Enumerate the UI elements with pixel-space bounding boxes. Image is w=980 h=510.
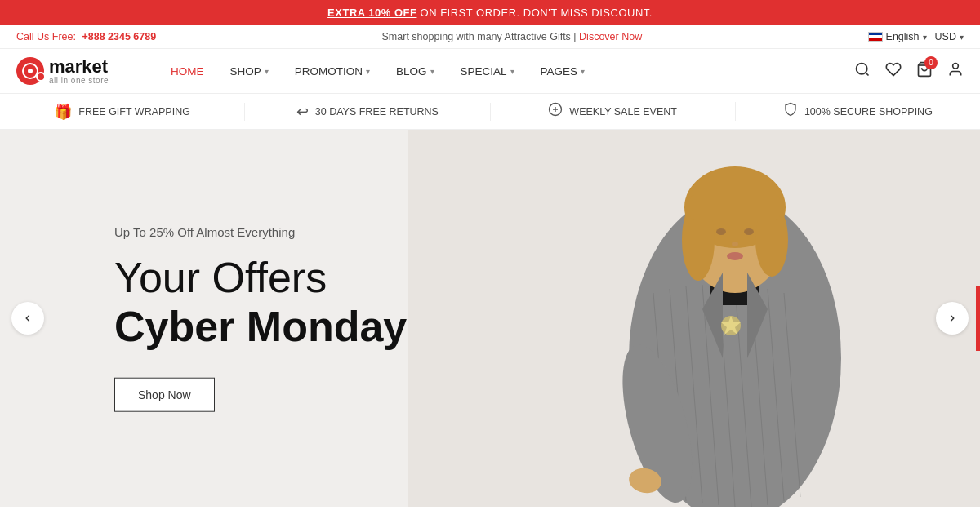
shop-chevron-icon: ▾: [265, 67, 269, 76]
search-button[interactable]: [854, 61, 871, 82]
promo-highlight: EXTRA 10% OFF: [327, 7, 416, 19]
feature-secure-shopping: 100% SECURE SHOPPING: [736, 102, 980, 121]
nav-icons: 0: [854, 61, 964, 82]
nav-item-shop[interactable]: SHOP ▾: [217, 61, 282, 82]
language-selector[interactable]: English ▾: [868, 31, 927, 42]
middle-text: Smart shopping with many Attractive Gift…: [382, 31, 577, 42]
returns-icon: ↩: [296, 103, 309, 121]
discover-link[interactable]: Discover Now: [579, 31, 642, 42]
right-accent: [976, 286, 980, 351]
nav-item-pages[interactable]: PAGES ▾: [528, 61, 599, 82]
feature-label-secure: 100% SECURE SHOPPING: [804, 106, 933, 118]
wishlist-button[interactable]: [885, 61, 902, 82]
account-button[interactable]: [947, 61, 964, 82]
slider-prev-button[interactable]: [11, 302, 44, 335]
feature-label-sale: WEEKLY SALE EVENT: [569, 106, 677, 118]
promo-bar: EXTRA 10% OFF ON FIRST ORDER. DON'T MISS…: [0, 0, 980, 25]
feature-free-returns: ↩ 30 DAYS FREE RETURNS: [245, 103, 490, 121]
feature-label-gift: FREE GIFT WRAPPING: [78, 106, 190, 118]
features-bar: 🎁 FREE GIFT WRAPPING ↩ 30 DAYS FREE RETU…: [0, 94, 980, 130]
hero-title: Your Offers Cyber Monday: [114, 254, 407, 352]
svg-point-25: [744, 228, 754, 235]
feature-label-returns: 30 DAYS FREE RETURNS: [315, 106, 439, 118]
hero-image: [408, 130, 980, 507]
currency-chevron-icon: ▾: [960, 33, 964, 42]
nav-item-blog[interactable]: BLOG ▾: [383, 61, 448, 82]
language-label: English: [886, 31, 920, 42]
hero-title-line2: Cyber Monday: [114, 303, 407, 352]
promotion-chevron-icon: ▾: [366, 67, 370, 76]
info-middle: Smart shopping with many Attractive Gift…: [382, 31, 643, 42]
hero-model-illustration: [408, 130, 980, 507]
shop-now-button[interactable]: Shop Now: [114, 377, 215, 411]
hero-subtitle: Up To 25% Off Almost Everything: [114, 225, 407, 239]
currency-label: USD: [935, 31, 956, 42]
svg-point-2: [857, 63, 867, 73]
svg-line-3: [866, 72, 869, 75]
nav-item-special[interactable]: SPECIAL ▾: [448, 61, 528, 82]
hero-content: Up To 25% Off Almost Everything Your Off…: [114, 225, 407, 412]
svg-point-24: [716, 228, 726, 235]
logo[interactable]: market all in one store: [16, 57, 109, 85]
nav-item-home[interactable]: HOME: [158, 61, 217, 82]
hero-title-line1: Your Offers: [114, 254, 327, 301]
hero-slider: Up To 25% Off Almost Everything Your Off…: [0, 130, 980, 507]
phone-info: Call Us Free: +888 2345 6789: [16, 31, 156, 42]
cart-button[interactable]: 0: [916, 61, 933, 82]
nav-links: HOME SHOP ▾ PROMOTION ▾ BLOG ▾ SPECIAL ▾…: [158, 61, 854, 82]
svg-point-27: [727, 252, 743, 260]
svg-point-26: [732, 242, 738, 246]
logo-icon: [16, 57, 44, 85]
blog-chevron-icon: ▾: [430, 67, 434, 76]
svg-rect-23: [690, 195, 780, 220]
pages-chevron-icon: ▾: [581, 67, 585, 76]
gift-icon: 🎁: [54, 103, 72, 121]
currency-selector[interactable]: USD ▾: [935, 31, 964, 42]
feature-weekly-sale: WEEKLY SALE EVENT: [491, 102, 736, 121]
main-nav: market all in one store HOME SHOP ▾ PROM…: [0, 49, 980, 94]
lang-currency-selector: English ▾ USD ▾: [868, 31, 964, 42]
svg-point-1: [28, 69, 33, 73]
phone-label: Call Us Free:: [16, 31, 76, 42]
nav-item-promotion[interactable]: PROMOTION ▾: [282, 61, 383, 82]
special-chevron-icon: ▾: [510, 67, 514, 76]
svg-point-5: [953, 63, 959, 69]
slider-next-button[interactable]: [936, 302, 969, 335]
logo-text: market all in one store: [49, 58, 109, 85]
shield-icon: [783, 102, 798, 121]
sale-icon: [548, 102, 563, 121]
feature-gift-wrapping: 🎁 FREE GIFT WRAPPING: [0, 103, 245, 121]
cart-badge: 0: [924, 56, 938, 69]
promo-text: ON FIRST ORDER. DON'T MISS DISCOUNT.: [421, 7, 653, 19]
language-chevron-icon: ▾: [923, 33, 927, 42]
phone-number: +888 2345 6789: [82, 31, 156, 42]
flag-icon: [868, 32, 883, 42]
info-bar: Call Us Free: +888 2345 6789 Smart shopp…: [0, 25, 980, 49]
